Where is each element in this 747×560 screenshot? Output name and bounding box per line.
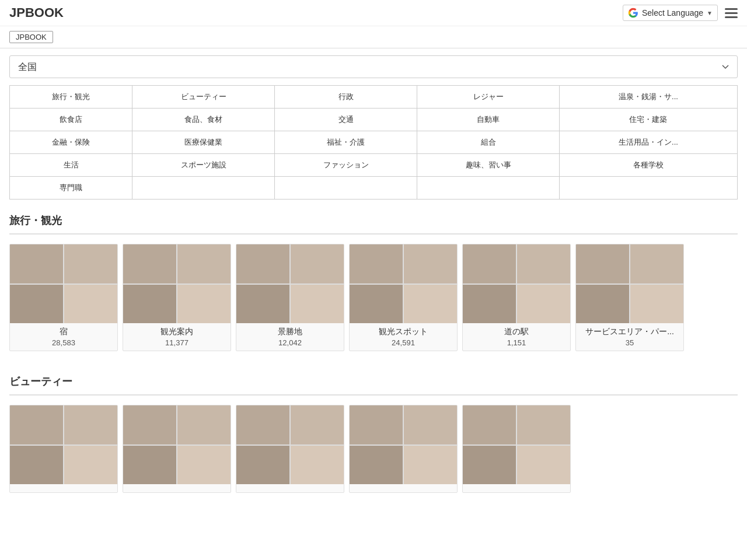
card-michinoeki-name: 道の駅 <box>467 327 566 337</box>
beauty-card-2-image <box>123 405 231 484</box>
card-kanko-annai-image <box>123 244 231 323</box>
category-cell-finance[interactable]: 金融・保険 <box>10 131 132 154</box>
beauty-card-4[interactable] <box>349 405 458 493</box>
category-row: 旅行・観光 ビューティー 行政 レジャー 温泉・銭湯・サ... <box>10 86 738 108</box>
beauty-card-3-info <box>236 484 344 492</box>
card-img-cell <box>404 285 457 324</box>
card-img-cell <box>576 244 629 284</box>
beauty-card-1-image <box>10 405 117 484</box>
header: JPBOOK Select Language ▼ <box>0 0 747 26</box>
card-service-area[interactable]: サービスエリア・パー... 35 <box>575 244 684 351</box>
card-img-cell <box>463 405 516 444</box>
card-img-cell <box>350 244 403 284</box>
category-cell-travel[interactable]: 旅行・観光 <box>10 86 132 108</box>
card-service-area-count: 35 <box>581 338 679 347</box>
category-cell-transport[interactable]: 交通 <box>275 108 417 131</box>
beauty-card-2-info <box>123 484 231 492</box>
card-yado[interactable]: 宿 28,583 <box>9 244 118 351</box>
language-selector[interactable]: Select Language ▼ <box>623 5 718 21</box>
card-img-cell <box>236 405 289 444</box>
card-kanko-annai-info: 観光案内 11,377 <box>123 323 231 351</box>
category-cell-empty4 <box>559 177 737 200</box>
beauty-section: ビューティー <box>9 374 738 493</box>
card-img-cell <box>517 405 570 444</box>
category-cell-auto[interactable]: 自動車 <box>417 108 560 131</box>
beauty-section-divider <box>9 394 738 396</box>
card-michinoeki[interactable]: 道の駅 1,151 <box>462 244 571 351</box>
language-arrow-icon: ▼ <box>707 10 713 16</box>
card-keishochi[interactable]: 景勝地 12,042 <box>236 244 344 351</box>
category-cell-hobby[interactable]: 趣味、習い事 <box>417 154 560 177</box>
card-img-cell <box>517 244 570 284</box>
category-cell-food[interactable]: 食品、食材 <box>132 108 275 131</box>
beauty-card-3[interactable] <box>236 405 344 493</box>
category-table: 旅行・観光 ビューティー 行政 レジャー 温泉・銭湯・サ... 飲食店 食品、食… <box>9 85 738 200</box>
category-row: 飲食店 食品、食材 交通 自動車 住宅・建築 <box>10 108 738 131</box>
section-divider <box>9 233 738 235</box>
card-img-cell <box>350 405 403 444</box>
beauty-card-4-info <box>350 484 457 492</box>
card-img-cell <box>463 285 516 324</box>
beauty-card-5[interactable] <box>462 405 571 493</box>
card-keishochi-info: 景勝地 12,042 <box>236 323 344 351</box>
card-yado-count: 28,583 <box>15 338 113 347</box>
category-cell-onsen[interactable]: 温泉・銭湯・サ... <box>559 86 737 108</box>
category-cell-fashion[interactable]: ファッション <box>275 154 417 177</box>
hamburger-icon <box>725 8 738 18</box>
category-cell-school[interactable]: 各種学校 <box>559 154 737 177</box>
card-img-cell <box>517 285 570 324</box>
card-img-cell <box>64 446 117 485</box>
category-cell-welfare[interactable]: 福祉・介護 <box>275 131 417 154</box>
card-img-cell <box>177 405 231 444</box>
card-img-cell <box>64 285 117 324</box>
beauty-card-1[interactable] <box>9 405 118 493</box>
card-kanko-annai[interactable]: 観光案内 11,377 <box>123 244 231 351</box>
category-cell-restaurant[interactable]: 飲食店 <box>10 108 132 131</box>
region-selector-wrap: 全国 北海道 東北 関東 中部 近畿 中国 四国 九州・沖縄 <box>9 55 738 78</box>
card-img-cell <box>123 446 176 485</box>
travel-section-title: 旅行・観光 <box>9 214 738 228</box>
card-img-cell <box>291 405 344 444</box>
logo: JPBOOK <box>9 5 64 20</box>
category-cell-admin[interactable]: 行政 <box>275 86 417 108</box>
card-img-cell <box>10 244 63 284</box>
card-img-cell <box>10 405 63 444</box>
beauty-card-2[interactable] <box>123 405 231 493</box>
breadcrumb-tag[interactable]: JPBOOK <box>9 31 53 43</box>
category-cell-professional[interactable]: 専門職 <box>10 177 132 200</box>
header-right: Select Language ▼ <box>623 5 738 21</box>
category-cell-beauty[interactable]: ビューティー <box>132 86 275 108</box>
menu-button[interactable] <box>725 8 738 18</box>
card-kanko-spot-name: 観光スポット <box>354 327 452 337</box>
card-img-cell <box>404 405 457 444</box>
category-cell-union[interactable]: 組合 <box>417 131 560 154</box>
card-img-cell <box>177 285 231 324</box>
card-img-cell <box>236 446 289 485</box>
card-img-cell <box>463 446 516 485</box>
category-cell-goods[interactable]: 生活用品・イン... <box>559 131 737 154</box>
travel-section: 旅行・観光 宿 28,583 観光案内 <box>9 214 738 351</box>
category-cell-housing[interactable]: 住宅・建築 <box>559 108 737 131</box>
card-img-cell <box>291 244 344 284</box>
card-img-cell <box>177 446 231 485</box>
category-cell-leisure[interactable]: レジャー <box>417 86 560 108</box>
beauty-card-3-image <box>236 405 344 484</box>
category-row: 金融・保険 医療保健業 福祉・介護 組合 生活用品・イン... <box>10 131 738 154</box>
region-select[interactable]: 全国 北海道 東北 関東 中部 近畿 中国 四国 九州・沖縄 <box>9 55 738 78</box>
category-cell-sports[interactable]: スポーツ施設 <box>132 154 275 177</box>
card-img-cell <box>236 244 289 284</box>
card-img-cell <box>463 244 516 284</box>
beauty-cards-grid <box>9 405 738 493</box>
card-service-area-name: サービスエリア・パー... <box>581 327 679 337</box>
card-keishochi-name: 景勝地 <box>241 327 339 337</box>
card-michinoeki-image <box>463 244 570 323</box>
card-kanko-spot-count: 24,591 <box>354 338 452 347</box>
card-kanko-spot[interactable]: 観光スポット 24,591 <box>349 244 458 351</box>
card-img-cell <box>10 446 63 485</box>
card-img-cell <box>404 446 457 485</box>
beauty-card-4-image <box>350 405 457 484</box>
category-cell-life[interactable]: 生活 <box>10 154 132 177</box>
language-label: Select Language <box>642 8 703 18</box>
card-kanko-spot-info: 観光スポット 24,591 <box>350 323 457 351</box>
category-cell-medical[interactable]: 医療保健業 <box>132 131 275 154</box>
